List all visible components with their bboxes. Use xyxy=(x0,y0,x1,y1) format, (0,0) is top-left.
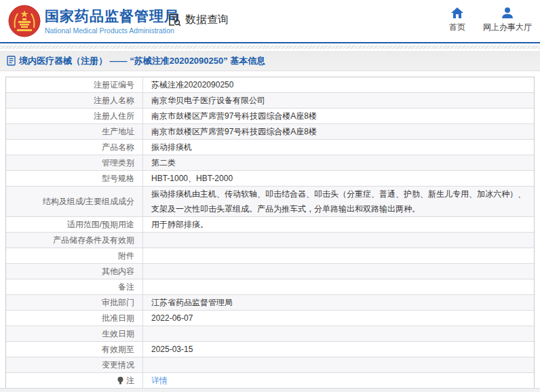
row-value xyxy=(143,326,534,341)
row-label-text: 附件 xyxy=(118,248,134,263)
row-label-text: 有效期至 xyxy=(102,342,134,357)
row-label: 注册人住所 xyxy=(6,109,143,123)
row-label: 结构及组成/主要组成成分 xyxy=(6,187,143,216)
table-row: 备注 xyxy=(6,279,534,295)
row-value: 用于肺部排痰。 xyxy=(143,217,534,232)
document-icon xyxy=(7,56,16,66)
row-label: 注册证编号 xyxy=(6,77,143,92)
table-row: 附件 xyxy=(6,248,534,264)
row-label-text: 型号规格 xyxy=(102,171,134,186)
divider-texture xyxy=(0,45,540,49)
row-value-text: 2022-06-07 xyxy=(151,313,193,323)
row-label: 适用范围/预期用途 xyxy=(6,217,143,232)
row-value-text: 苏械注准20202090250 xyxy=(151,80,233,90)
row-label-text: 变更情况 xyxy=(102,357,134,372)
table-row: 其他内容 xyxy=(6,264,534,279)
row-value-text: 用于肺部排痰。 xyxy=(151,220,208,229)
footer-strip xyxy=(0,388,540,392)
row-value xyxy=(143,357,534,372)
row-value-text: 第二类 xyxy=(151,158,176,168)
row-label-text: 备注 xyxy=(118,279,134,294)
row-label: 产品名称 xyxy=(6,140,143,155)
table-row: 注册证编号 苏械注准20202090250 xyxy=(6,77,534,93)
row-label: 产品储存条件及有效期 xyxy=(6,233,143,248)
table-row: 结构及组成/主要组成成分 振动排痰机由主机、传动软轴、叩击结合器、叩击头（分重症… xyxy=(6,187,534,217)
breadcrumb: 境内医疗器械（注册） —— “苏械注准20202090250” 基本信息 xyxy=(0,51,540,71)
row-value-text: 2025-03-15 xyxy=(151,345,193,354)
row-label-text: 生产地址 xyxy=(102,124,134,139)
nav-service-hall[interactable]: 网上办事大厅 xyxy=(483,7,532,33)
org-title-block: 国家药品监督管理局 National Medical Products Admi… xyxy=(45,7,179,36)
national-emblem-logo xyxy=(8,5,41,37)
row-label-text: 其他内容 xyxy=(102,264,134,279)
row-value-text: 振动排痰机 xyxy=(151,142,192,152)
row-label-text: 注册人住所 xyxy=(94,109,134,123)
table-row: 产品储存条件及有效期 xyxy=(6,233,534,248)
row-value-text: HBT-1000、HBT-2000 xyxy=(151,174,233,183)
row-value: HBT-1000、HBT-2000 xyxy=(143,171,534,186)
table-row: 有效期至 2025-03-15 xyxy=(6,342,534,357)
detail-link[interactable]: 详情 xyxy=(151,376,168,385)
table-row: 产品名称 振动排痰机 xyxy=(6,140,534,155)
org-name-cn: 国家药品监督管理局 xyxy=(45,7,179,25)
table-row: 注册人名称 南京华贝电子医疗设备有限公司 xyxy=(6,93,534,109)
row-label-text: 产品储存条件及有效期 xyxy=(53,233,134,248)
row-label: 有效期至 xyxy=(6,342,143,357)
table-row: 管理类别 第二类 xyxy=(6,155,534,171)
row-label-text: 生效日期 xyxy=(102,326,134,341)
row-value-text: 振动排痰机由主机、传动软轴、叩击结合器、叩击头（分重症、普通、护肋、新生儿专用、… xyxy=(151,189,526,214)
note-icon xyxy=(117,376,124,385)
row-label-text: 注册证编号 xyxy=(94,77,134,92)
row-value: 详情 xyxy=(143,373,534,388)
row-value: 江苏省药品监督管理局 xyxy=(143,295,534,310)
data-query-menu[interactable]: 数据查询 xyxy=(167,12,229,27)
row-value: 振动排痰机由主机、传动软轴、叩击结合器、叩击头（分重症、普通、护肋、新生儿专用、… xyxy=(143,187,534,216)
row-label-text: 注 xyxy=(126,373,134,388)
table-row: 注 详情 xyxy=(6,373,534,389)
row-value: 苏械注准20202090250 xyxy=(143,77,534,92)
table-row: 生效日期 xyxy=(6,326,534,342)
row-value: 振动排痰机 xyxy=(143,140,534,155)
row-label: 附件 xyxy=(6,248,143,263)
row-label: 生效日期 xyxy=(6,326,143,341)
row-value: 南京市鼓楼区芦席营97号科技园综合楼A座8楼 xyxy=(143,124,534,139)
table-row: 型号规格 HBT-1000、HBT-2000 xyxy=(6,171,534,187)
nav-hall-label: 网上办事大厅 xyxy=(483,22,532,33)
row-value: 2022-06-07 xyxy=(143,311,534,326)
row-label: 审批部门 xyxy=(6,295,143,310)
table-row: 变更情况 xyxy=(6,357,534,373)
row-label: 批准日期 xyxy=(6,311,143,326)
row-label-text: 产品名称 xyxy=(102,140,134,155)
row-value: 南京华贝电子医疗设备有限公司 xyxy=(143,93,534,108)
row-value: 2025-03-15 xyxy=(143,342,534,357)
top-nav: 首页 网上办事大厅 xyxy=(449,7,532,33)
data-query-icon xyxy=(167,12,182,27)
row-value xyxy=(143,248,534,263)
nav-home[interactable]: 首页 xyxy=(449,7,465,33)
row-value xyxy=(143,264,534,279)
row-label-text: 注册人名称 xyxy=(94,93,134,108)
user-icon xyxy=(501,7,514,19)
home-icon xyxy=(450,7,464,19)
row-label-text: 结构及组成/主要组成成分 xyxy=(43,194,134,209)
nav-home-label: 首页 xyxy=(449,22,465,33)
row-value-text: 南京市鼓楼区芦席营97号科技园综合楼A座8楼 xyxy=(151,111,317,121)
row-value: 南京市鼓楼区芦席营97号科技园综合楼A座8楼 xyxy=(143,109,534,123)
row-label: 其他内容 xyxy=(6,264,143,279)
breadcrumb-text: 境内医疗器械（注册） —— “苏械注准20202090250” 基本信息 xyxy=(19,55,265,67)
row-label-text: 批准日期 xyxy=(102,311,134,326)
row-label: 变更情况 xyxy=(6,357,143,372)
page: 国家药品监督管理局 National Medical Products Admi… xyxy=(0,0,540,392)
row-value: 第二类 xyxy=(143,155,534,170)
row-label-text: 管理类别 xyxy=(102,155,134,170)
table-row: 批准日期 2022-06-07 xyxy=(6,311,534,326)
row-label: 生产地址 xyxy=(6,124,143,139)
table-row: 生产地址 南京市鼓楼区芦席营97号科技园综合楼A座8楼 xyxy=(6,124,534,140)
row-label-text: 适用范围/预期用途 xyxy=(67,217,134,232)
table-row: 审批部门 江苏省药品监督管理局 xyxy=(6,295,534,311)
row-label: 备注 xyxy=(6,279,143,294)
org-name-en: National Medical Products Administration xyxy=(45,26,179,36)
site-header: 国家药品监督管理局 National Medical Products Admi… xyxy=(0,0,540,43)
row-value xyxy=(143,279,534,294)
row-value xyxy=(143,233,534,248)
